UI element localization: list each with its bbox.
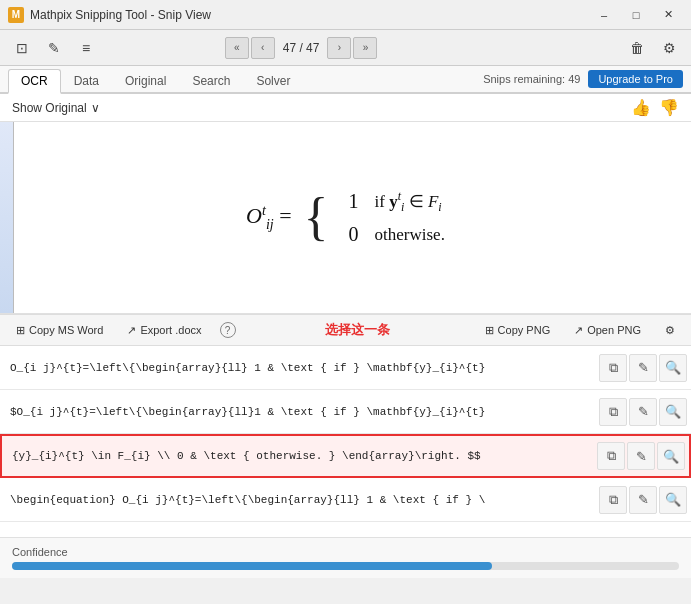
chevron-down-icon: ∨ — [91, 101, 100, 115]
case-2-condition: otherwise. — [375, 225, 445, 245]
delete-button[interactable]: 🗑 — [623, 34, 651, 62]
confidence-section: Confidence — [0, 537, 691, 578]
result-actions-2: ⧉ ✎ 🔍 — [597, 398, 691, 426]
math-formula: Otij = { 1 if yti ∈ Fi 0 otherwise. — [246, 189, 445, 246]
result-actions-3: ⧉ ✎ 🔍 — [595, 442, 689, 470]
export-docx-label: Export .docx — [140, 324, 201, 336]
tab-original[interactable]: Original — [112, 69, 179, 92]
confidence-track — [12, 562, 679, 570]
case-row-2: 0 otherwise. — [349, 223, 445, 246]
app-icon: M — [8, 7, 24, 23]
case-1-value: 1 — [349, 190, 359, 213]
navigation-controls: « ‹ 47 / 47 › » — [225, 37, 378, 59]
toolbar-right: 🗑 ⚙ — [623, 34, 683, 62]
close-button[interactable]: ✕ — [653, 5, 683, 25]
thumbup-button[interactable]: 👍 — [631, 98, 651, 117]
show-original-toggle[interactable]: Show Original ∨ — [12, 101, 100, 115]
edit-result-4-button[interactable]: ✎ — [629, 486, 657, 514]
result-item-4[interactable]: \begin{equation} O_{i j}^{t}=\left\{\beg… — [0, 478, 691, 522]
copy-png-icon: ⊞ — [485, 324, 494, 337]
copy-result-2-button[interactable]: ⧉ — [599, 398, 627, 426]
show-original-bar: Show Original ∨ 👍 👎 — [0, 94, 691, 122]
left-brace-icon: { — [304, 191, 329, 243]
copy-msword-button[interactable]: ⊞ Copy MS Word — [10, 322, 109, 339]
result-item-3[interactable]: {y}_{i}^{t} \in F_{i} \\ 0 & \text { oth… — [0, 434, 691, 478]
app-title: Mathpix Snipping Tool - Snip View — [30, 8, 589, 22]
search-result-3-button[interactable]: 🔍 — [657, 442, 685, 470]
first-page-button[interactable]: « — [225, 37, 249, 59]
window-controls: – □ ✕ — [589, 5, 683, 25]
copy-png-label: Copy PNG — [498, 324, 551, 336]
result-item-2[interactable]: $O_{i j}^{t}=\left\{\begin{array}{ll}1 &… — [0, 390, 691, 434]
copy-png-button[interactable]: ⊞ Copy PNG — [479, 322, 557, 339]
result-text-1: O_{i j}^{t}=\left\{\begin{array}{ll} 1 &… — [0, 356, 597, 380]
export-settings-icon: ⚙ — [665, 324, 675, 337]
result-text-4: \begin{equation} O_{i j}^{t}=\left\{\beg… — [0, 488, 597, 512]
result-text-3: {y}_{i}^{t} \in F_{i} \\ 0 & \text { oth… — [2, 444, 595, 468]
formula-rhs: 1 if yti ∈ Fi 0 otherwise. — [349, 189, 445, 246]
tab-search[interactable]: Search — [179, 69, 243, 92]
tab-ocr[interactable]: OCR — [8, 69, 61, 94]
tab-bar: OCR Data Original Search Solver Snips re… — [0, 66, 691, 94]
search-result-2-button[interactable]: 🔍 — [659, 398, 687, 426]
result-actions-1: ⧉ ✎ 🔍 — [597, 354, 691, 382]
search-result-4-button[interactable]: 🔍 — [659, 486, 687, 514]
export-docx-icon: ↗ — [127, 324, 136, 337]
export-docx-button[interactable]: ↗ Export .docx — [121, 322, 207, 339]
tab-solver[interactable]: Solver — [243, 69, 303, 92]
snips-remaining: Snips remaining: 49 — [483, 73, 580, 85]
export-bar: ⊞ Copy MS Word ↗ Export .docx ? 选择这一条 ⊞ … — [0, 314, 691, 346]
next-page-button[interactable]: › — [327, 37, 351, 59]
select-this-label: 选择这一条 — [248, 321, 467, 339]
menu-button[interactable]: ≡ — [72, 34, 100, 62]
copy-result-1-button[interactable]: ⧉ — [599, 354, 627, 382]
edit-result-2-button[interactable]: ✎ — [629, 398, 657, 426]
case-row-1: 1 if yti ∈ Fi — [349, 189, 445, 215]
copy-msword-icon: ⊞ — [16, 324, 25, 337]
title-bar: M Mathpix Snipping Tool - Snip View – □ … — [0, 0, 691, 30]
result-item-1[interactable]: O_{i j}^{t}=\left\{\begin{array}{ll} 1 &… — [0, 346, 691, 390]
settings-button[interactable]: ⚙ — [655, 34, 683, 62]
formula-lhs: Otij = — [246, 203, 291, 233]
result-actions-4: ⧉ ✎ 🔍 — [597, 486, 691, 514]
tab-data[interactable]: Data — [61, 69, 112, 92]
last-page-button[interactable]: » — [353, 37, 377, 59]
thumbdown-button[interactable]: 👎 — [659, 98, 679, 117]
case-2-value: 0 — [349, 223, 359, 246]
result-text-2: $O_{i j}^{t}=\left\{\begin{array}{ll}1 &… — [0, 400, 597, 424]
search-result-1-button[interactable]: 🔍 — [659, 354, 687, 382]
formula-lhs-text: Otij = — [246, 203, 291, 233]
math-preview: Otij = { 1 if yti ∈ Fi 0 otherwise. — [0, 122, 691, 314]
main-content: Show Original ∨ 👍 👎 Otij = { 1 — [0, 94, 691, 578]
prev-page-button[interactable]: ‹ — [251, 37, 275, 59]
copy-msword-label: Copy MS Word — [29, 324, 103, 336]
open-png-label: Open PNG — [587, 324, 641, 336]
minimize-button[interactable]: – — [589, 5, 619, 25]
export-settings-button[interactable]: ⚙ — [659, 322, 681, 339]
copy-result-3-button[interactable]: ⧉ — [597, 442, 625, 470]
edit-result-3-button[interactable]: ✎ — [627, 442, 655, 470]
crop-button[interactable]: ⊡ — [8, 34, 36, 62]
edit-button[interactable]: ✎ — [40, 34, 68, 62]
feedback-buttons: 👍 👎 — [631, 98, 679, 117]
upgrade-button[interactable]: Upgrade to Pro — [588, 70, 683, 88]
show-original-label: Show Original — [12, 101, 87, 115]
case-1-condition: if yti ∈ Fi — [375, 189, 442, 215]
confidence-label: Confidence — [12, 546, 679, 558]
toolbar: ⊡ ✎ ≡ « ‹ 47 / 47 › » 🗑 ⚙ — [0, 30, 691, 66]
results-list: O_{i j}^{t}=\left\{\begin{array}{ll} 1 &… — [0, 346, 691, 537]
confidence-fill — [12, 562, 492, 570]
copy-result-4-button[interactable]: ⧉ — [599, 486, 627, 514]
maximize-button[interactable]: □ — [621, 5, 651, 25]
page-counter: 47 / 47 — [277, 41, 326, 55]
edit-result-1-button[interactable]: ✎ — [629, 354, 657, 382]
open-png-button[interactable]: ↗ Open PNG — [568, 322, 647, 339]
help-icon[interactable]: ? — [220, 322, 236, 338]
open-png-icon: ↗ — [574, 324, 583, 337]
side-strip — [0, 122, 14, 313]
